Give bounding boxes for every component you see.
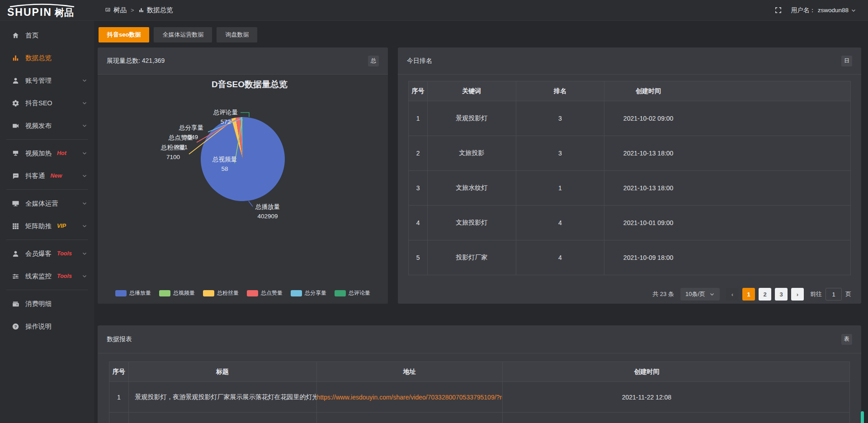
sidebar-item-video-heat[interactable]: 视频加热Hot: [0, 142, 94, 164]
logo-text-en: SHUPIN: [7, 7, 52, 18]
sidebar-item-member-baoke[interactable]: 会员爆客Tools: [0, 242, 94, 265]
fullscreen-icon[interactable]: [774, 6, 782, 14]
home-icon: [12, 32, 19, 39]
video-icon: [12, 122, 19, 130]
tab-0[interactable]: 抖音seo数据: [99, 27, 149, 42]
sidebar-divider: [6, 240, 88, 240]
sidebar-divider: [6, 139, 88, 140]
table-cell: 投影灯厂家: [428, 240, 516, 275]
sidebar-item-account-manage[interactable]: 账号管理: [0, 69, 94, 92]
goto-label: 前往: [810, 290, 822, 298]
report-link[interactable]: https://www.iesdouyin.com/share/video/70…: [316, 382, 502, 413]
breadcrumb-current[interactable]: 数据总览: [138, 6, 173, 14]
report-title-cell: 景观投影灯，夜游景观投影灯厂家展示展示落花灯在花园里的灯光投影应用效果 #: [128, 382, 316, 413]
column-header: 序号: [409, 81, 428, 101]
sidebar-item-media-operation[interactable]: 全媒体运营: [0, 192, 94, 215]
table-cell: 1: [109, 382, 129, 413]
pagination: 共 23 条 10条/页 ‹123› 前往 页: [408, 288, 851, 301]
chevron-down-icon: [82, 150, 87, 156]
table-row: 1景观投影灯，夜游景观投影灯厂家展示展示落花灯在花园里的灯光投影应用效果 #ht…: [109, 382, 850, 413]
overview-panel: 展现量总数: 421,369 总 D音SEO数据量总览总播放量402909总视频…: [98, 47, 388, 304]
tab-2[interactable]: 询盘数据: [217, 27, 257, 42]
legend-item-3[interactable]: 总点赞量: [247, 289, 283, 297]
sidebar-item-label: 全媒体运营: [25, 199, 58, 208]
sidebar-item-home[interactable]: 首页: [0, 24, 94, 47]
sidebar-item-consume-detail[interactable]: 消费明细: [0, 292, 94, 315]
table-row: 2文旅投影32021-10-13 18:00: [409, 136, 851, 171]
sidebar-item-label: 操作说明: [25, 322, 52, 331]
report-corner-badge[interactable]: 表: [841, 334, 852, 345]
page-button-3[interactable]: 3: [775, 288, 788, 301]
page-button-1[interactable]: 1: [742, 288, 755, 301]
breadcrumb: 树品 > 数据总览: [105, 6, 173, 14]
table-row: 3文旅水纹灯12021-10-13 18:00: [409, 171, 851, 206]
table-cell: [502, 413, 849, 423]
sidebar-item-douketong[interactable]: 抖客通New: [0, 164, 94, 187]
page-size-select[interactable]: 10条/页: [680, 288, 720, 301]
goto-page-input[interactable]: [826, 288, 842, 301]
legend-item-2[interactable]: 总粉丝量: [203, 289, 239, 297]
app-logo[interactable]: SHUPIN 树品: [0, 3, 95, 18]
next-page-button[interactable]: ›: [791, 288, 804, 301]
sliders-icon: [12, 273, 19, 280]
sidebar-item-douyin-seo[interactable]: 抖音SEO: [0, 92, 94, 114]
legend-item-4[interactable]: 总分享量: [291, 289, 326, 297]
chevron-down-icon: [82, 123, 87, 128]
legend-label: 总点赞量: [261, 289, 283, 297]
sidebar-item-label: 会员爆客: [25, 249, 52, 258]
pie-label-name: 总分享量: [179, 124, 203, 131]
wallet-icon: [12, 300, 19, 308]
overview-panel-title: 展现量总数: 421,369: [107, 57, 165, 65]
goto-unit: 页: [845, 290, 851, 298]
badge-vip: VIP: [57, 223, 66, 229]
chevron-down-icon: [82, 100, 87, 106]
sidebar-item-label: 数据总览: [25, 54, 52, 62]
sidebar-item-matrix-boost[interactable]: 矩阵助推VIP: [0, 215, 94, 237]
table-cell: 2: [409, 136, 428, 171]
sidebar-item-clue-monitor[interactable]: 线索监控Tools: [0, 265, 94, 287]
overview-corner-badge[interactable]: 总: [368, 56, 379, 66]
user-icon: [12, 77, 19, 85]
label-line: [249, 201, 253, 207]
table-cell: 5: [409, 240, 428, 275]
sidebar-divider: [6, 290, 88, 290]
table-cell: 2021-10-09 18:00: [604, 240, 851, 275]
table-row: 1景观投影灯32021-10-02 09:00: [409, 101, 851, 136]
breadcrumb-root[interactable]: 树品: [105, 6, 127, 14]
table-cell: [128, 413, 316, 423]
data-tabs: 抖音seo数据全媒体运营数据询盘数据: [99, 27, 868, 42]
badge-tools: Tools: [57, 250, 72, 257]
sidebar-item-video-publish[interactable]: 视频发布: [0, 114, 94, 137]
label-line: [241, 113, 249, 117]
pie-label-value: 572: [221, 118, 231, 125]
pie-label-name: 总播放量: [255, 203, 280, 210]
legend-swatch: [115, 290, 127, 296]
sidebar-item-label: 视频发布: [25, 122, 52, 130]
ranking-panel-title: 今日排名: [407, 57, 432, 65]
table-cell: 文旅水纹灯: [428, 171, 516, 206]
sidebar-item-operation-guide[interactable]: ?操作说明: [0, 315, 94, 338]
bar-chart-icon: [12, 54, 19, 62]
chat-widget[interactable]: [861, 411, 864, 423]
page-button-2[interactable]: 2: [759, 288, 771, 301]
badge-new: New: [51, 173, 62, 179]
user-icon: [12, 250, 19, 258]
tab-1[interactable]: 全媒体运营数据: [154, 27, 212, 42]
user-menu[interactable]: 用户名：zswodun88: [791, 6, 856, 14]
prev-page-button[interactable]: ‹: [726, 288, 739, 301]
badge-tools: Tools: [57, 273, 72, 279]
sidebar-item-data-overview[interactable]: 数据总览: [0, 47, 94, 69]
legend-item-1[interactable]: 总视频量: [159, 289, 195, 297]
pie-label-value: 402909: [257, 213, 278, 220]
sidebar-item-label: 消费明细: [25, 300, 52, 308]
table-cell: 3: [516, 136, 604, 171]
breadcrumb-separator: >: [131, 7, 134, 14]
pie-label-value: 3049: [184, 134, 198, 141]
chevron-down-icon: [851, 8, 856, 13]
top-bar: SHUPIN 树品 树品 > 数据总览 用户名：zswodun88: [0, 0, 868, 21]
legend-item-5[interactable]: 总评论量: [335, 289, 370, 297]
main-content: 抖音seo数据全媒体运营数据询盘数据 展现量总数: 421,369 总 D音SE…: [95, 21, 868, 423]
legend-item-0[interactable]: 总播放量: [115, 289, 151, 297]
column-header: 排名: [516, 81, 604, 101]
ranking-corner-badge[interactable]: 日: [841, 56, 852, 66]
